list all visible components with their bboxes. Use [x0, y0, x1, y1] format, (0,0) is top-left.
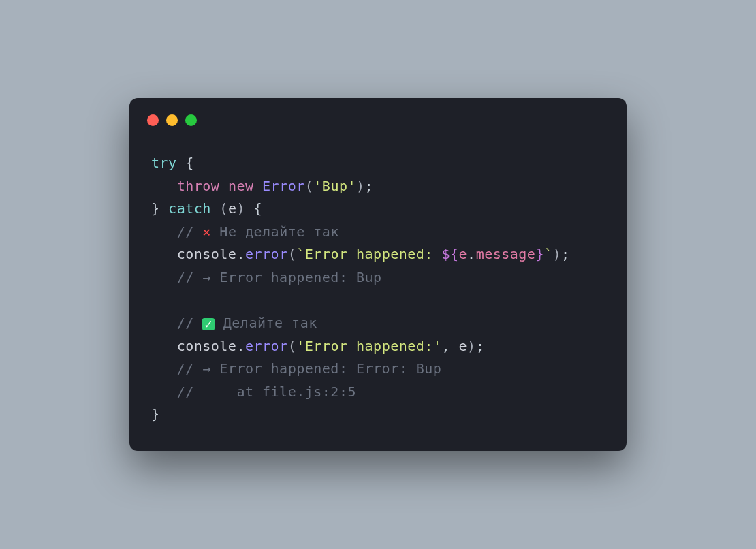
semi: ; — [365, 178, 374, 194]
indent — [151, 383, 177, 400]
space — [211, 200, 220, 217]
paren: ) — [467, 338, 476, 354]
code-line: } catch (e) { — [151, 198, 605, 221]
minimize-icon[interactable] — [166, 114, 178, 126]
code-line: } — [151, 403, 605, 426]
code-line: // ✓ Делайте так — [151, 312, 605, 335]
keyword-new: new — [228, 178, 254, 194]
check-icon: ✓ — [202, 318, 215, 330]
semi: ; — [476, 338, 485, 354]
comment: // → Error happened: Error: Bup — [177, 360, 442, 377]
backtick: ` — [544, 246, 553, 262]
backtick: ` — [296, 246, 305, 262]
interp-close: } — [535, 246, 544, 262]
code-line: console.error(`Error happened: ${e.messa… — [151, 243, 605, 266]
prop-message: message — [476, 246, 536, 262]
paren: ( — [288, 246, 297, 262]
space — [254, 178, 263, 194]
cross-icon: ✕ — [202, 223, 211, 240]
template-text: Error happened: — [305, 246, 442, 262]
keyword-throw: throw — [177, 178, 220, 194]
comment-text: Делайте так — [215, 315, 317, 331]
comment-slash: // — [177, 223, 203, 240]
code-window: try { throw new Error('Bup'); } catch (e… — [129, 98, 627, 451]
titlebar — [129, 98, 627, 133]
blank-line — [151, 289, 605, 313]
comment: // ✓ Делайте так — [177, 315, 317, 331]
indent — [151, 223, 177, 240]
code-editor: try { throw new Error('Bup'); } catch (e… — [129, 133, 627, 451]
space — [245, 200, 254, 217]
comment: // → Error happened: Bup — [177, 269, 382, 285]
code-line: // ✕ Не делайте так — [151, 221, 605, 244]
paren: ) — [553, 246, 562, 262]
code-line: try { — [151, 152, 605, 175]
comment-slash: // — [177, 315, 203, 331]
indent — [151, 269, 177, 285]
brace: { — [254, 200, 263, 217]
close-icon[interactable] — [147, 114, 159, 126]
string: 'Bup' — [313, 178, 356, 194]
maximize-icon[interactable] — [185, 114, 197, 126]
brace: } — [151, 406, 160, 422]
semi: ; — [561, 246, 570, 262]
indent — [151, 246, 177, 262]
indent — [151, 360, 177, 377]
obj-console: console — [177, 246, 237, 262]
var-e: e — [459, 338, 468, 354]
keyword-catch: catch — [168, 200, 211, 217]
code-line: // → Error happened: Error: Bup — [151, 358, 605, 381]
code-line: // → Error happened: Bup — [151, 266, 605, 289]
comma: , — [441, 338, 458, 354]
keyword-try: try — [151, 155, 177, 171]
code-line: throw new Error('Bup'); — [151, 175, 605, 198]
obj-console: console — [177, 338, 237, 354]
method-error: error — [245, 246, 288, 262]
comment: // at file.js:2:5 — [177, 383, 356, 400]
blank — [151, 292, 160, 309]
var-e: e — [228, 200, 237, 217]
dot: . — [236, 246, 245, 262]
brace: { — [177, 155, 194, 171]
var-e: e — [459, 246, 468, 262]
class-error: Error — [262, 178, 305, 194]
comment: // ✕ Не делайте так — [177, 223, 339, 240]
paren: ( — [305, 178, 314, 194]
interp-open: ${ — [441, 246, 458, 262]
indent — [151, 178, 177, 194]
indent — [151, 315, 177, 331]
space — [219, 178, 228, 194]
string: 'Error happened:' — [296, 338, 441, 354]
dot: . — [236, 338, 245, 354]
indent — [151, 338, 177, 354]
paren: ) — [236, 200, 245, 217]
dot: . — [467, 246, 476, 262]
paren: ) — [356, 178, 365, 194]
paren: ( — [219, 200, 228, 217]
code-line: console.error('Error happened:', e); — [151, 335, 605, 358]
comment-text: Не делайте так — [211, 223, 339, 240]
space — [160, 200, 169, 217]
brace: } — [151, 200, 160, 217]
code-line: // at file.js:2:5 — [151, 381, 605, 404]
paren: ( — [288, 338, 297, 354]
method-error: error — [245, 338, 288, 354]
